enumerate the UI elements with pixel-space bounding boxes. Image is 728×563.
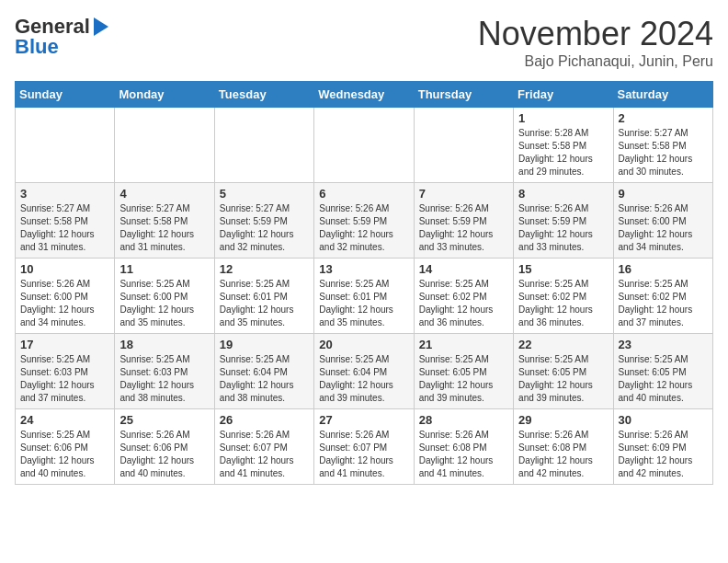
calendar-cell: 13Sunrise: 5:25 AM Sunset: 6:01 PM Dayli…	[314, 259, 414, 334]
cell-info: Sunrise: 5:25 AM Sunset: 6:01 PM Dayligh…	[220, 278, 309, 329]
header-row: SundayMondayTuesdayWednesdayThursdayFrid…	[16, 82, 713, 108]
week-row-2: 3Sunrise: 5:27 AM Sunset: 5:58 PM Daylig…	[16, 183, 713, 259]
calendar-cell	[16, 108, 115, 183]
cell-info: Sunrise: 5:26 AM Sunset: 6:00 PM Dayligh…	[20, 278, 109, 329]
day-number: 22	[518, 338, 608, 351]
day-number: 14	[419, 262, 508, 276]
day-number: 29	[518, 413, 608, 427]
calendar-cell: 4Sunrise: 5:27 AM Sunset: 5:58 PM Daylig…	[115, 183, 214, 259]
day-number: 10	[20, 262, 109, 276]
calendar-cell: 20Sunrise: 5:25 AM Sunset: 6:04 PM Dayli…	[314, 334, 414, 409]
calendar-cell: 7Sunrise: 5:26 AM Sunset: 5:59 PM Daylig…	[414, 183, 513, 259]
cell-info: Sunrise: 5:26 AM Sunset: 6:07 PM Dayligh…	[220, 429, 309, 480]
day-number: 23	[619, 338, 708, 351]
col-header-sunday: Sunday	[16, 82, 115, 108]
cell-info: Sunrise: 5:25 AM Sunset: 6:05 PM Dayligh…	[619, 353, 708, 405]
calendar-cell: 2Sunrise: 5:27 AM Sunset: 5:58 PM Daylig…	[613, 108, 712, 183]
calendar-cell: 6Sunrise: 5:26 AM Sunset: 5:59 PM Daylig…	[314, 183, 414, 259]
col-header-thursday: Thursday	[414, 82, 513, 108]
cell-info: Sunrise: 5:27 AM Sunset: 5:58 PM Dayligh…	[119, 202, 209, 254]
cell-info: Sunrise: 5:26 AM Sunset: 6:08 PM Dayligh…	[518, 429, 608, 480]
day-number: 28	[419, 413, 508, 427]
cell-info: Sunrise: 5:25 AM Sunset: 6:02 PM Dayligh…	[518, 278, 608, 329]
calendar-cell: 11Sunrise: 5:25 AM Sunset: 6:00 PM Dayli…	[115, 259, 214, 334]
cell-info: Sunrise: 5:26 AM Sunset: 6:06 PM Dayligh…	[119, 429, 209, 480]
location-subtitle: Bajo Pichanaqui, Junin, Peru	[478, 53, 713, 70]
page-header: General Blue November 2024 Bajo Pichanaq…	[15, 15, 713, 70]
cell-info: Sunrise: 5:25 AM Sunset: 6:02 PM Dayligh…	[419, 278, 508, 329]
day-number: 26	[220, 413, 309, 427]
calendar-cell: 14Sunrise: 5:25 AM Sunset: 6:02 PM Dayli…	[414, 259, 513, 334]
day-number: 17	[20, 338, 109, 351]
cell-info: Sunrise: 5:25 AM Sunset: 6:05 PM Dayligh…	[518, 353, 608, 405]
logo-arrow-icon	[94, 17, 108, 36]
cell-info: Sunrise: 5:28 AM Sunset: 5:58 PM Dayligh…	[518, 127, 608, 178]
day-number: 30	[619, 413, 708, 427]
day-number: 2	[619, 111, 708, 125]
calendar-cell: 5Sunrise: 5:27 AM Sunset: 5:59 PM Daylig…	[214, 183, 313, 259]
week-row-4: 17Sunrise: 5:25 AM Sunset: 6:03 PM Dayli…	[16, 334, 713, 409]
day-number: 3	[20, 187, 109, 201]
day-number: 11	[119, 262, 209, 276]
day-number: 18	[119, 338, 209, 351]
day-number: 7	[419, 187, 508, 201]
day-number: 27	[319, 413, 408, 427]
title-section: November 2024 Bajo Pichanaqui, Junin, Pe…	[478, 15, 713, 70]
calendar-cell: 28Sunrise: 5:26 AM Sunset: 6:08 PM Dayli…	[414, 409, 513, 485]
cell-info: Sunrise: 5:25 AM Sunset: 6:01 PM Dayligh…	[319, 278, 408, 329]
calendar-cell: 29Sunrise: 5:26 AM Sunset: 6:08 PM Dayli…	[514, 409, 613, 485]
calendar-cell: 26Sunrise: 5:26 AM Sunset: 6:07 PM Dayli…	[214, 409, 313, 485]
cell-info: Sunrise: 5:26 AM Sunset: 5:59 PM Dayligh…	[319, 202, 408, 254]
calendar-cell: 18Sunrise: 5:25 AM Sunset: 6:03 PM Dayli…	[115, 334, 214, 409]
calendar-cell: 23Sunrise: 5:25 AM Sunset: 6:05 PM Dayli…	[613, 334, 712, 409]
cell-info: Sunrise: 5:26 AM Sunset: 6:08 PM Dayligh…	[419, 429, 508, 480]
week-row-3: 10Sunrise: 5:26 AM Sunset: 6:00 PM Dayli…	[16, 259, 713, 334]
calendar-cell: 12Sunrise: 5:25 AM Sunset: 6:01 PM Dayli…	[214, 259, 313, 334]
cell-info: Sunrise: 5:26 AM Sunset: 6:00 PM Dayligh…	[619, 202, 708, 254]
cell-info: Sunrise: 5:27 AM Sunset: 5:58 PM Dayligh…	[20, 202, 109, 254]
calendar-cell: 21Sunrise: 5:25 AM Sunset: 6:05 PM Dayli…	[414, 334, 513, 409]
calendar-cell: 3Sunrise: 5:27 AM Sunset: 5:58 PM Daylig…	[16, 183, 115, 259]
calendar-cell: 24Sunrise: 5:25 AM Sunset: 6:06 PM Dayli…	[16, 409, 115, 485]
calendar-cell: 15Sunrise: 5:25 AM Sunset: 6:02 PM Dayli…	[514, 259, 613, 334]
cell-info: Sunrise: 5:26 AM Sunset: 6:07 PM Dayligh…	[319, 429, 408, 480]
calendar-cell: 22Sunrise: 5:25 AM Sunset: 6:05 PM Dayli…	[514, 334, 613, 409]
calendar-cell	[214, 108, 313, 183]
col-header-saturday: Saturday	[613, 82, 712, 108]
cell-info: Sunrise: 5:25 AM Sunset: 6:05 PM Dayligh…	[419, 353, 508, 405]
calendar-cell: 17Sunrise: 5:25 AM Sunset: 6:03 PM Dayli…	[16, 334, 115, 409]
col-header-monday: Monday	[115, 82, 214, 108]
calendar-cell	[314, 108, 414, 183]
day-number: 5	[220, 187, 309, 201]
logo-blue: Blue	[15, 35, 59, 59]
cell-info: Sunrise: 5:25 AM Sunset: 6:04 PM Dayligh…	[220, 353, 309, 405]
day-number: 25	[119, 413, 209, 427]
calendar-cell: 9Sunrise: 5:26 AM Sunset: 6:00 PM Daylig…	[613, 183, 712, 259]
day-number: 6	[319, 187, 408, 201]
calendar-cell: 19Sunrise: 5:25 AM Sunset: 6:04 PM Dayli…	[214, 334, 313, 409]
logo: General Blue	[15, 15, 108, 59]
cell-info: Sunrise: 5:25 AM Sunset: 6:02 PM Dayligh…	[619, 278, 708, 329]
week-row-5: 24Sunrise: 5:25 AM Sunset: 6:06 PM Dayli…	[16, 409, 713, 485]
day-number: 20	[319, 338, 408, 351]
month-title: November 2024	[478, 15, 713, 53]
cell-info: Sunrise: 5:26 AM Sunset: 6:09 PM Dayligh…	[619, 429, 708, 480]
calendar-table: SundayMondayTuesdayWednesdayThursdayFrid…	[15, 81, 713, 485]
calendar-cell: 10Sunrise: 5:26 AM Sunset: 6:00 PM Dayli…	[16, 259, 115, 334]
calendar-cell: 30Sunrise: 5:26 AM Sunset: 6:09 PM Dayli…	[613, 409, 712, 485]
cell-info: Sunrise: 5:27 AM Sunset: 5:58 PM Dayligh…	[619, 127, 708, 178]
cell-info: Sunrise: 5:25 AM Sunset: 6:00 PM Dayligh…	[119, 278, 209, 329]
day-number: 8	[518, 187, 608, 201]
cell-info: Sunrise: 5:25 AM Sunset: 6:03 PM Dayligh…	[119, 353, 209, 405]
col-header-wednesday: Wednesday	[314, 82, 414, 108]
day-number: 16	[619, 262, 708, 276]
cell-info: Sunrise: 5:25 AM Sunset: 6:03 PM Dayligh…	[20, 353, 109, 405]
calendar-cell: 1Sunrise: 5:28 AM Sunset: 5:58 PM Daylig…	[514, 108, 613, 183]
day-number: 21	[419, 338, 508, 351]
col-header-tuesday: Tuesday	[214, 82, 313, 108]
cell-info: Sunrise: 5:26 AM Sunset: 5:59 PM Dayligh…	[518, 202, 608, 254]
calendar-cell	[115, 108, 214, 183]
day-number: 9	[619, 187, 708, 201]
day-number: 24	[20, 413, 109, 427]
day-number: 13	[319, 262, 408, 276]
